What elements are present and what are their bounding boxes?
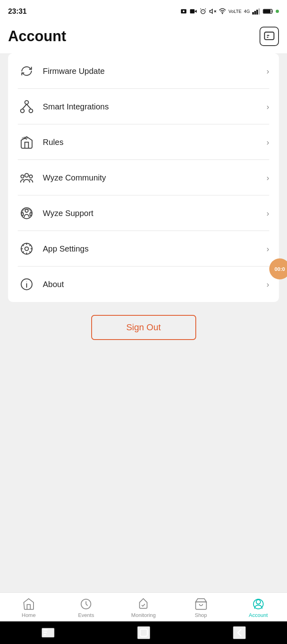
home-nav-icon xyxy=(22,598,35,610)
content-card: Firmware Update › Smart Integrations › xyxy=(8,53,279,302)
wyze-community-icon-wrapper xyxy=(18,169,36,187)
info-icon xyxy=(19,277,34,292)
svg-point-24 xyxy=(25,174,29,177)
wyze-support-label: Wyze Support xyxy=(43,209,266,218)
svg-rect-11 xyxy=(254,11,256,15)
wyze-community-chevron: › xyxy=(266,173,269,183)
svg-point-40 xyxy=(256,600,261,604)
alarm-status-icon xyxy=(199,8,207,15)
battery-dot xyxy=(276,10,279,13)
app-settings-label: App Settings xyxy=(43,244,266,254)
app-settings-icon-wrapper xyxy=(18,240,36,258)
rules-label: Rules xyxy=(43,138,266,147)
android-back-button[interactable] xyxy=(233,626,246,639)
android-home-button[interactable] xyxy=(137,626,150,639)
nav-items: Home Events Monitoring xyxy=(0,593,287,621)
events-nav-icon xyxy=(80,598,92,610)
svg-rect-45 xyxy=(140,629,147,636)
svg-line-23 xyxy=(27,104,31,109)
firmware-update-chevron: › xyxy=(266,67,269,76)
shop-nav-icon xyxy=(195,598,207,610)
timer-badge: 00:0 xyxy=(269,258,287,279)
nav-events[interactable]: Events xyxy=(70,598,102,618)
main-content: Firmware Update › Smart Integrations › xyxy=(0,53,287,417)
wyze-support-icon-wrapper xyxy=(18,204,36,222)
about-item[interactable]: About › xyxy=(8,266,279,302)
nav-monitoring[interactable]: Monitoring xyxy=(127,598,159,618)
svg-point-32 xyxy=(25,247,29,251)
svg-rect-15 xyxy=(264,10,270,13)
signout-container: Sign Out xyxy=(0,302,287,353)
app-settings-item[interactable]: App Settings › xyxy=(8,231,279,266)
chat-icon xyxy=(264,31,275,42)
svg-marker-2 xyxy=(195,10,197,13)
svg-point-26 xyxy=(29,175,33,178)
4g-icon: 4G xyxy=(244,9,250,14)
integrations-icon xyxy=(19,99,34,114)
nav-account[interactable]: Account xyxy=(242,598,274,618)
bottom-nav: Home Events Monitoring xyxy=(0,592,287,621)
wyze-community-item[interactable]: Wyze Community › xyxy=(8,160,279,195)
svg-rect-29 xyxy=(21,213,23,216)
page-title: Account xyxy=(8,28,66,45)
header: Account xyxy=(0,23,287,53)
svg-rect-12 xyxy=(256,10,258,15)
smart-integrations-item[interactable]: Smart Integrations › xyxy=(8,89,279,124)
sign-out-button[interactable]: Sign Out xyxy=(91,315,196,340)
settings-icon xyxy=(19,241,34,256)
svg-point-25 xyxy=(21,175,24,178)
svg-line-22 xyxy=(23,104,27,109)
android-menu-button[interactable] xyxy=(42,628,54,638)
chat-button[interactable] xyxy=(260,27,279,46)
smart-integrations-chevron: › xyxy=(266,102,269,111)
svg-point-28 xyxy=(25,209,28,212)
smart-integrations-icon-wrapper xyxy=(18,98,36,115)
svg-point-20 xyxy=(21,109,24,113)
svg-marker-6 xyxy=(210,9,213,14)
svg-point-9 xyxy=(222,13,223,14)
status-bar: 23:31 VoLTE 4G xyxy=(0,0,287,23)
smart-integrations-label: Smart Integrations xyxy=(43,102,266,111)
android-menu-icon xyxy=(42,629,54,637)
status-time: 23:31 xyxy=(8,7,27,16)
account-nav-icon xyxy=(252,598,265,610)
battery-icon xyxy=(263,8,273,14)
nav-account-label: Account xyxy=(249,612,268,618)
nav-monitoring-label: Monitoring xyxy=(131,612,156,618)
firmware-update-item[interactable]: Firmware Update › xyxy=(8,53,279,89)
rules-icon-wrapper xyxy=(18,133,36,151)
android-nav-bar xyxy=(0,621,287,644)
nav-shop-label: Shop xyxy=(195,612,207,618)
mute-status-icon xyxy=(209,8,216,15)
nav-shop[interactable]: Shop xyxy=(185,598,217,618)
svg-rect-13 xyxy=(258,8,260,15)
svg-line-38 xyxy=(86,604,88,606)
nav-events-label: Events xyxy=(78,612,94,618)
firmware-update-icon-wrapper xyxy=(18,62,36,80)
about-icon-wrapper xyxy=(18,275,36,293)
svg-rect-30 xyxy=(30,213,32,216)
about-label: About xyxy=(43,280,266,289)
rules-chevron: › xyxy=(266,138,269,147)
svg-point-19 xyxy=(25,101,29,104)
app-settings-chevron: › xyxy=(266,244,269,254)
nav-home[interactable]: Home xyxy=(13,598,45,618)
svg-point-1 xyxy=(183,10,185,13)
rules-item[interactable]: Rules › xyxy=(8,124,279,160)
firmware-update-label: Firmware Update xyxy=(43,67,266,76)
svg-point-35 xyxy=(26,281,27,282)
svg-rect-10 xyxy=(252,12,254,15)
android-back-icon xyxy=(234,627,245,638)
android-home-icon xyxy=(138,627,149,638)
wifi-status-icon xyxy=(219,8,226,15)
rules-icon xyxy=(19,135,34,149)
community-icon xyxy=(19,170,34,185)
wyze-support-chevron: › xyxy=(266,209,269,218)
support-icon xyxy=(19,206,34,220)
video-status-icon xyxy=(190,8,197,15)
svg-rect-3 xyxy=(190,9,195,14)
nav-home-label: Home xyxy=(22,612,36,618)
photo-status-icon xyxy=(180,8,187,15)
wyze-support-item[interactable]: Wyze Support › xyxy=(8,195,279,231)
status-icons: VoLTE 4G xyxy=(180,8,279,15)
